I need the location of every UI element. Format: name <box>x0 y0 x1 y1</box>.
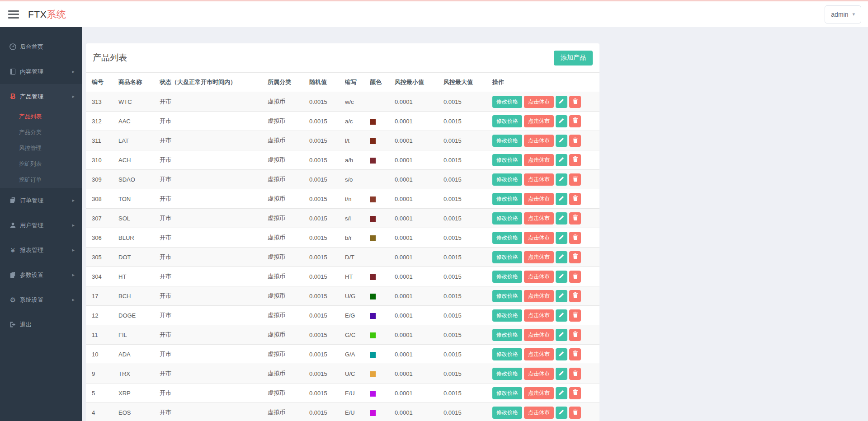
product-category: 虚拟币 <box>268 306 309 325</box>
delete-button[interactable] <box>569 251 581 263</box>
modify-price-button[interactable]: 修改价格 <box>492 348 522 360</box>
delete-button[interactable] <box>569 115 581 127</box>
sidebar-item-user[interactable]: 用户管理▸ <box>0 213 82 238</box>
modify-price-button[interactable]: 修改价格 <box>492 271 522 283</box>
close-market-button[interactable]: 点击休市 <box>524 173 554 186</box>
modify-price-button[interactable]: 修改价格 <box>492 232 522 244</box>
risk-max-value: 0.0015 <box>443 364 492 384</box>
modify-price-button[interactable]: 修改价格 <box>492 309 522 322</box>
modify-price-button[interactable]: 修改价格 <box>492 290 522 302</box>
modify-price-button[interactable]: 修改价格 <box>492 212 522 225</box>
edit-button[interactable] <box>556 232 567 244</box>
color-swatch <box>370 158 376 164</box>
delete-button[interactable] <box>569 290 581 302</box>
delete-button[interactable] <box>569 368 581 380</box>
sidebar-item-book[interactable]: 内容管理▸ <box>0 59 82 84</box>
modify-price-button[interactable]: 修改价格 <box>492 387 522 399</box>
user-dropdown[interactable]: admin ▾ <box>825 5 861 23</box>
product-category: 虚拟币 <box>268 384 309 403</box>
edit-button[interactable] <box>556 135 567 147</box>
delete-button[interactable] <box>569 387 581 399</box>
sidebar-subitem[interactable]: 产品分类 <box>0 125 82 140</box>
edit-button[interactable] <box>556 348 567 360</box>
modify-price-button[interactable]: 修改价格 <box>492 96 522 108</box>
sidebar-item-orders[interactable]: 订单管理▸ <box>0 188 82 213</box>
delete-button[interactable] <box>569 154 581 166</box>
delete-button[interactable] <box>569 232 581 244</box>
edit-button[interactable] <box>556 96 567 108</box>
trash-icon <box>573 176 578 183</box>
close-market-button[interactable]: 点击休市 <box>524 154 554 166</box>
edit-button[interactable] <box>556 212 567 225</box>
close-market-button[interactable]: 点击休市 <box>524 193 554 205</box>
sidebar-subitem[interactable]: 风控管理 <box>0 140 82 156</box>
close-market-button[interactable]: 点击休市 <box>524 232 554 244</box>
menu-toggle-icon[interactable] <box>8 10 19 19</box>
close-market-button[interactable]: 点击休市 <box>524 115 554 127</box>
edit-button[interactable] <box>556 309 567 322</box>
close-market-button[interactable]: 点击休市 <box>524 96 554 108</box>
sidebar-subitem[interactable]: 挖矿订单 <box>0 172 82 188</box>
modify-price-button[interactable]: 修改价格 <box>492 368 522 380</box>
modify-price-button[interactable]: 修改价格 <box>492 193 522 205</box>
modify-price-button[interactable]: 修改价格 <box>492 407 522 419</box>
edit-button[interactable] <box>556 329 567 341</box>
sidebar-item-bitcoin[interactable]: Ƀ产品管理▸ <box>0 84 82 109</box>
close-market-button[interactable]: 点击休市 <box>524 368 554 380</box>
sidebar-subitem[interactable]: 挖矿列表 <box>0 156 82 172</box>
edit-button[interactable] <box>556 193 567 205</box>
edit-button[interactable] <box>556 154 567 166</box>
edit-button[interactable] <box>556 368 567 380</box>
product-name: EOS <box>118 403 160 421</box>
page-title: 产品列表 <box>93 52 127 64</box>
close-market-button[interactable]: 点击休市 <box>524 251 554 263</box>
close-market-button[interactable]: 点击休市 <box>524 290 554 302</box>
product-name: BLUR <box>118 228 160 248</box>
product-abbr: U/C <box>345 364 370 384</box>
close-market-button[interactable]: 点击休市 <box>524 135 554 147</box>
add-product-button[interactable]: 添加产品 <box>554 51 593 65</box>
product-id: 308 <box>86 189 118 209</box>
delete-button[interactable] <box>569 193 581 205</box>
sidebar-item-dashboard[interactable]: 后台首页 <box>0 34 82 59</box>
sidebar-item-params[interactable]: 参数设置▸ <box>0 262 82 287</box>
close-market-button[interactable]: 点击休市 <box>524 309 554 322</box>
delete-button[interactable] <box>569 212 581 225</box>
close-market-button[interactable]: 点击休市 <box>524 329 554 341</box>
edit-button[interactable] <box>556 387 567 399</box>
sidebar-item-signout[interactable]: 退出 <box>0 312 82 337</box>
product-category: 虚拟币 <box>268 189 309 209</box>
close-market-button[interactable]: 点击休市 <box>524 348 554 360</box>
close-market-button[interactable]: 点击休市 <box>524 212 554 225</box>
modify-price-button[interactable]: 修改价格 <box>492 251 522 263</box>
modify-price-button[interactable]: 修改价格 <box>492 115 522 127</box>
edit-button[interactable] <box>556 271 567 283</box>
random-value: 0.0015 <box>309 267 345 286</box>
close-market-button[interactable]: 点击休市 <box>524 407 554 419</box>
close-market-button[interactable]: 点击休市 <box>524 271 554 283</box>
close-market-button[interactable]: 点击休市 <box>524 387 554 399</box>
edit-button[interactable] <box>556 251 567 263</box>
delete-button[interactable] <box>569 96 581 108</box>
edit-button[interactable] <box>556 115 567 127</box>
delete-button[interactable] <box>569 407 581 419</box>
delete-button[interactable] <box>569 309 581 322</box>
modify-price-button[interactable]: 修改价格 <box>492 329 522 341</box>
modify-price-button[interactable]: 修改价格 <box>492 135 522 147</box>
edit-button[interactable] <box>556 290 567 302</box>
delete-button[interactable] <box>569 271 581 283</box>
product-category: 虚拟币 <box>268 286 309 306</box>
sidebar-subitem[interactable]: 产品列表 <box>0 109 82 125</box>
delete-button[interactable] <box>569 329 581 341</box>
sidebar-item-yen[interactable]: ¥报表管理▸ <box>0 238 82 262</box>
modify-price-button[interactable]: 修改价格 <box>492 154 522 166</box>
modify-price-button[interactable]: 修改价格 <box>492 173 522 186</box>
actions-cell: 修改价格点击休市 <box>492 384 599 403</box>
pencil-icon <box>559 98 564 105</box>
delete-button[interactable] <box>569 348 581 360</box>
delete-button[interactable] <box>569 173 581 186</box>
delete-button[interactable] <box>569 135 581 147</box>
edit-button[interactable] <box>556 407 567 419</box>
edit-button[interactable] <box>556 173 567 186</box>
sidebar-item-gears[interactable]: ⚙系统设置▸ <box>0 287 82 312</box>
